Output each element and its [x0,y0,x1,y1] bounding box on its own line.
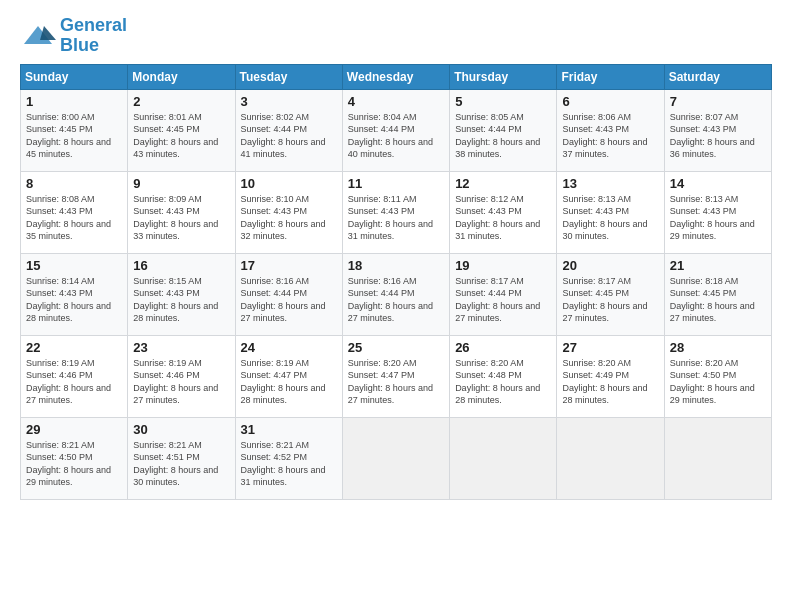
main-container: General Blue SundayMondayTuesdayWednesda… [0,0,792,510]
day-number: 6 [562,94,659,109]
calendar-day-cell: 19 Sunrise: 8:17 AM Sunset: 4:44 PM Dayl… [450,253,557,335]
calendar-day-cell: 9 Sunrise: 8:09 AM Sunset: 4:43 PM Dayli… [128,171,235,253]
day-number: 18 [348,258,445,273]
calendar-day-cell: 25 Sunrise: 8:20 AM Sunset: 4:47 PM Dayl… [342,335,449,417]
day-number: 13 [562,176,659,191]
day-info: Sunrise: 8:00 AM Sunset: 4:45 PM Dayligh… [26,111,123,161]
calendar-day-cell: 2 Sunrise: 8:01 AM Sunset: 4:45 PM Dayli… [128,89,235,171]
calendar-day-cell: 4 Sunrise: 8:04 AM Sunset: 4:44 PM Dayli… [342,89,449,171]
empty-day-cell [342,417,449,499]
day-info: Sunrise: 8:12 AM Sunset: 4:43 PM Dayligh… [455,193,552,243]
day-info: Sunrise: 8:13 AM Sunset: 4:43 PM Dayligh… [562,193,659,243]
day-number: 5 [455,94,552,109]
day-number: 25 [348,340,445,355]
calendar-day-cell: 23 Sunrise: 8:19 AM Sunset: 4:46 PM Dayl… [128,335,235,417]
calendar-week-row: 1 Sunrise: 8:00 AM Sunset: 4:45 PM Dayli… [21,89,772,171]
day-info: Sunrise: 8:17 AM Sunset: 4:45 PM Dayligh… [562,275,659,325]
day-number: 26 [455,340,552,355]
day-number: 4 [348,94,445,109]
day-number: 11 [348,176,445,191]
calendar-day-cell: 3 Sunrise: 8:02 AM Sunset: 4:44 PM Dayli… [235,89,342,171]
calendar-day-cell: 24 Sunrise: 8:19 AM Sunset: 4:47 PM Dayl… [235,335,342,417]
day-number: 20 [562,258,659,273]
calendar-day-cell: 1 Sunrise: 8:00 AM Sunset: 4:45 PM Dayli… [21,89,128,171]
day-number: 16 [133,258,230,273]
day-info: Sunrise: 8:10 AM Sunset: 4:43 PM Dayligh… [241,193,338,243]
day-info: Sunrise: 8:20 AM Sunset: 4:48 PM Dayligh… [455,357,552,407]
day-info: Sunrise: 8:20 AM Sunset: 4:50 PM Dayligh… [670,357,767,407]
calendar-day-cell: 18 Sunrise: 8:16 AM Sunset: 4:44 PM Dayl… [342,253,449,335]
calendar-week-row: 8 Sunrise: 8:08 AM Sunset: 4:43 PM Dayli… [21,171,772,253]
day-info: Sunrise: 8:19 AM Sunset: 4:46 PM Dayligh… [26,357,123,407]
day-info: Sunrise: 8:01 AM Sunset: 4:45 PM Dayligh… [133,111,230,161]
calendar-day-cell: 29 Sunrise: 8:21 AM Sunset: 4:50 PM Dayl… [21,417,128,499]
logo-icon [20,22,56,50]
day-number: 29 [26,422,123,437]
calendar-day-cell: 15 Sunrise: 8:14 AM Sunset: 4:43 PM Dayl… [21,253,128,335]
weekday-header: Friday [557,64,664,89]
day-number: 9 [133,176,230,191]
calendar-table: SundayMondayTuesdayWednesdayThursdayFrid… [20,64,772,500]
day-info: Sunrise: 8:14 AM Sunset: 4:43 PM Dayligh… [26,275,123,325]
calendar-day-cell: 8 Sunrise: 8:08 AM Sunset: 4:43 PM Dayli… [21,171,128,253]
calendar-week-row: 15 Sunrise: 8:14 AM Sunset: 4:43 PM Dayl… [21,253,772,335]
weekday-header-row: SundayMondayTuesdayWednesdayThursdayFrid… [21,64,772,89]
weekday-header: Wednesday [342,64,449,89]
header: General Blue [20,16,772,56]
day-number: 1 [26,94,123,109]
weekday-header: Tuesday [235,64,342,89]
day-number: 2 [133,94,230,109]
day-number: 24 [241,340,338,355]
calendar-day-cell: 30 Sunrise: 8:21 AM Sunset: 4:51 PM Dayl… [128,417,235,499]
calendar-day-cell: 14 Sunrise: 8:13 AM Sunset: 4:43 PM Dayl… [664,171,771,253]
day-number: 22 [26,340,123,355]
day-info: Sunrise: 8:13 AM Sunset: 4:43 PM Dayligh… [670,193,767,243]
day-number: 3 [241,94,338,109]
day-info: Sunrise: 8:16 AM Sunset: 4:44 PM Dayligh… [348,275,445,325]
weekday-header: Sunday [21,64,128,89]
day-number: 7 [670,94,767,109]
calendar-day-cell: 20 Sunrise: 8:17 AM Sunset: 4:45 PM Dayl… [557,253,664,335]
day-info: Sunrise: 8:11 AM Sunset: 4:43 PM Dayligh… [348,193,445,243]
calendar-day-cell: 11 Sunrise: 8:11 AM Sunset: 4:43 PM Dayl… [342,171,449,253]
calendar-day-cell: 21 Sunrise: 8:18 AM Sunset: 4:45 PM Dayl… [664,253,771,335]
empty-day-cell [557,417,664,499]
day-info: Sunrise: 8:20 AM Sunset: 4:47 PM Dayligh… [348,357,445,407]
day-info: Sunrise: 8:04 AM Sunset: 4:44 PM Dayligh… [348,111,445,161]
day-number: 21 [670,258,767,273]
calendar-day-cell: 27 Sunrise: 8:20 AM Sunset: 4:49 PM Dayl… [557,335,664,417]
calendar-day-cell: 17 Sunrise: 8:16 AM Sunset: 4:44 PM Dayl… [235,253,342,335]
day-info: Sunrise: 8:21 AM Sunset: 4:51 PM Dayligh… [133,439,230,489]
day-number: 27 [562,340,659,355]
calendar-day-cell: 22 Sunrise: 8:19 AM Sunset: 4:46 PM Dayl… [21,335,128,417]
weekday-header: Monday [128,64,235,89]
calendar-day-cell: 16 Sunrise: 8:15 AM Sunset: 4:43 PM Dayl… [128,253,235,335]
day-number: 31 [241,422,338,437]
calendar-week-row: 22 Sunrise: 8:19 AM Sunset: 4:46 PM Dayl… [21,335,772,417]
day-info: Sunrise: 8:07 AM Sunset: 4:43 PM Dayligh… [670,111,767,161]
day-info: Sunrise: 8:21 AM Sunset: 4:52 PM Dayligh… [241,439,338,489]
day-info: Sunrise: 8:16 AM Sunset: 4:44 PM Dayligh… [241,275,338,325]
day-info: Sunrise: 8:06 AM Sunset: 4:43 PM Dayligh… [562,111,659,161]
logo: General Blue [20,16,127,56]
day-info: Sunrise: 8:19 AM Sunset: 4:47 PM Dayligh… [241,357,338,407]
day-info: Sunrise: 8:02 AM Sunset: 4:44 PM Dayligh… [241,111,338,161]
day-info: Sunrise: 8:08 AM Sunset: 4:43 PM Dayligh… [26,193,123,243]
empty-day-cell [450,417,557,499]
calendar-body: 1 Sunrise: 8:00 AM Sunset: 4:45 PM Dayli… [21,89,772,499]
calendar-day-cell: 7 Sunrise: 8:07 AM Sunset: 4:43 PM Dayli… [664,89,771,171]
day-info: Sunrise: 8:20 AM Sunset: 4:49 PM Dayligh… [562,357,659,407]
calendar-day-cell: 6 Sunrise: 8:06 AM Sunset: 4:43 PM Dayli… [557,89,664,171]
weekday-header: Thursday [450,64,557,89]
calendar-day-cell: 12 Sunrise: 8:12 AM Sunset: 4:43 PM Dayl… [450,171,557,253]
day-number: 17 [241,258,338,273]
day-info: Sunrise: 8:18 AM Sunset: 4:45 PM Dayligh… [670,275,767,325]
day-info: Sunrise: 8:17 AM Sunset: 4:44 PM Dayligh… [455,275,552,325]
calendar-day-cell: 31 Sunrise: 8:21 AM Sunset: 4:52 PM Dayl… [235,417,342,499]
weekday-header: Saturday [664,64,771,89]
day-info: Sunrise: 8:21 AM Sunset: 4:50 PM Dayligh… [26,439,123,489]
day-number: 8 [26,176,123,191]
day-number: 15 [26,258,123,273]
calendar-day-cell: 28 Sunrise: 8:20 AM Sunset: 4:50 PM Dayl… [664,335,771,417]
day-number: 30 [133,422,230,437]
